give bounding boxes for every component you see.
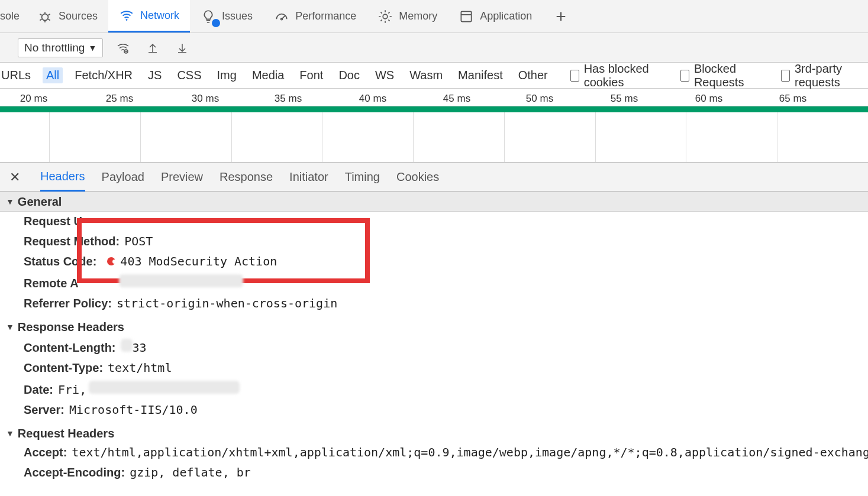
section-response-headers[interactable]: ▼ Response Headers (0, 313, 868, 336)
filter-doc[interactable]: Doc (335, 67, 363, 83)
remote-address-label: Remote A (24, 277, 79, 290)
timeline-overview-bar[interactable] (0, 106, 868, 112)
filter-wasm[interactable]: Wasm (406, 67, 446, 83)
chk-blocked-requests[interactable]: Blocked Requests (680, 62, 762, 89)
svg-point-3 (383, 14, 388, 19)
tick-35: 35 ms (275, 93, 302, 105)
tab-issues-label: Issues (222, 10, 253, 22)
gear-icon (377, 9, 393, 24)
tab-network[interactable]: Network (108, 0, 190, 33)
add-tab-button[interactable]: + (543, 0, 579, 33)
tick-65: 65 ms (779, 93, 806, 105)
tab-network-label: Network (140, 9, 179, 22)
tab-console-label: sole (0, 10, 20, 22)
request-method-label: Request Method: (24, 235, 120, 248)
tab-memory-label: Memory (399, 10, 437, 22)
dtab-timing[interactable]: Timing (345, 170, 380, 184)
network-conditions-icon[interactable] (114, 38, 133, 57)
filter-all[interactable]: All (43, 67, 63, 83)
req-accept-encoding-row: Accept-Encoding: gzip, deflate, br (0, 462, 868, 482)
tick-25: 25 ms (106, 93, 133, 105)
dtab-initiator[interactable]: Initiator (289, 170, 328, 184)
resp-content-type-row: Content-Type: text/html (0, 358, 868, 378)
server-label: Server: (24, 403, 64, 417)
filter-row: URLs All Fetch/XHR JS CSS Img Media Font… (0, 63, 868, 89)
tab-sources-label: Sources (59, 10, 98, 22)
application-icon (459, 9, 474, 24)
download-icon[interactable] (173, 38, 192, 57)
resp-server-row: Server: Microsoft-IIS/10.0 (0, 400, 868, 420)
svg-point-0 (42, 14, 49, 20)
tab-performance[interactable]: Performance (263, 0, 367, 33)
filter-img[interactable]: Img (214, 67, 240, 83)
tab-console[interactable]: sole (0, 0, 27, 33)
timeline-ruler[interactable]: 20 ms 25 ms 30 ms 35 ms 40 ms 45 ms 50 m… (0, 89, 868, 106)
referrer-policy-value: strict-origin-when-cross-origin (117, 296, 337, 310)
dtab-payload[interactable]: Payload (102, 170, 144, 184)
timeline-grid[interactable] (0, 112, 868, 163)
filter-manifest[interactable]: Manifest (454, 67, 506, 83)
resp-date-row: Date: Fri, (0, 378, 868, 400)
accept-label: Accept: (24, 446, 67, 459)
filter-font[interactable]: Font (296, 67, 327, 83)
filter-other[interactable]: Other (515, 67, 551, 83)
request-url-label: Request U (24, 215, 82, 228)
accept-encoding-label: Accept-Encoding: (24, 466, 125, 479)
filter-css[interactable]: CSS (173, 67, 205, 83)
upload-icon[interactable] (143, 38, 162, 57)
status-error-icon-inner (112, 260, 117, 264)
svg-rect-4 (462, 11, 472, 21)
request-detail-tabs: ✕ Headers Payload Preview Response Initi… (0, 163, 868, 192)
tab-memory[interactable]: Memory (367, 0, 448, 33)
wifi-icon (119, 8, 134, 23)
resp-content-length-row: Content-Length: 33 (0, 336, 868, 358)
close-panel-button[interactable]: ✕ (6, 170, 24, 185)
content-length-label: Content-Length: (24, 341, 116, 355)
throttling-select[interactable]: No throttling ▼ (18, 38, 103, 57)
date-value: Fri, (58, 382, 86, 397)
redacted-date-rest (89, 381, 240, 394)
chk-3rd-party-label: 3rd-party requests (795, 62, 863, 89)
section-request-headers[interactable]: ▼ Request Headers (0, 420, 868, 442)
filter-urls-label: URLs (0, 67, 34, 83)
tick-50: 50 ms (526, 93, 553, 105)
tab-sources[interactable]: Sources (27, 0, 108, 33)
tab-issues[interactable]: Issues (190, 0, 263, 33)
tick-30: 30 ms (192, 93, 219, 105)
issues-badge (212, 19, 220, 27)
toolbar-leading-gap (0, 40, 7, 56)
general-remote-address-row: Remote A (0, 271, 868, 293)
chk-blocked-cookies-label: Has blocked cookies (584, 62, 662, 89)
dtab-headers[interactable]: Headers (40, 170, 85, 192)
section-general[interactable]: ▼ General (0, 192, 868, 212)
filter-ws[interactable]: WS (372, 67, 398, 83)
chk-3rd-party[interactable]: 3rd-party requests (781, 62, 863, 89)
disclosure-down-icon: ▼ (6, 429, 14, 438)
section-request-headers-label: Request Headers (18, 427, 114, 440)
tab-application[interactable]: Application (448, 0, 543, 33)
dtab-preview[interactable]: Preview (161, 170, 203, 184)
dtab-response[interactable]: Response (220, 170, 273, 184)
throttling-label: No throttling (24, 41, 85, 54)
filter-media[interactable]: Media (249, 67, 288, 83)
checkbox-box (781, 70, 790, 82)
general-request-method-row: Request Method: POST (0, 231, 868, 251)
general-referrer-policy-row: Referrer Policy: strict-origin-when-cros… (0, 293, 868, 313)
redacted-remote-address (119, 274, 243, 287)
dtab-cookies[interactable]: Cookies (396, 170, 439, 184)
filter-js[interactable]: JS (144, 67, 165, 83)
date-label: Date: (24, 383, 53, 397)
chevron-down-icon: ▼ (88, 43, 96, 53)
plus-icon: + (556, 7, 566, 27)
status-code-value: 403 ModSecurity Action (120, 254, 277, 268)
content-type-value: text/html (108, 361, 172, 375)
tick-55: 55 ms (611, 93, 638, 105)
chk-blocked-cookies[interactable]: Has blocked cookies (570, 62, 662, 89)
redacted-content-length-prefix (121, 339, 133, 352)
referrer-policy-label: Referrer Policy: (24, 297, 112, 310)
status-code-label: Status Code: (24, 255, 96, 268)
disclosure-down-icon: ▼ (6, 197, 14, 206)
checkbox-box (570, 70, 579, 82)
filter-fetch[interactable]: Fetch/XHR (71, 67, 136, 83)
content-length-value: 33 (133, 341, 147, 355)
